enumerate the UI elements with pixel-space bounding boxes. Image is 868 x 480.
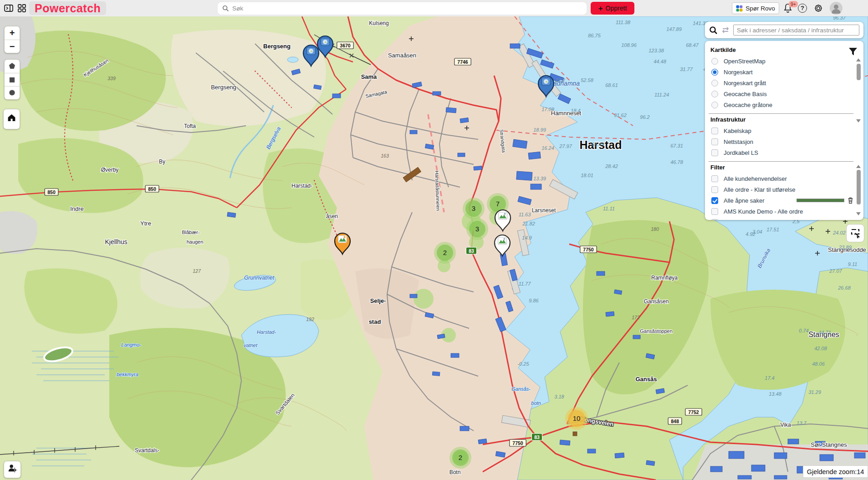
create-button[interactable]: + Opprett [591, 2, 634, 15]
radio-button[interactable] [711, 69, 718, 76]
rovo-button-label: Spør Rovo [745, 5, 775, 12]
search-icon[interactable] [709, 26, 718, 35]
draw-circle-button[interactable] [5, 86, 20, 99]
filter-scrollbar[interactable] [857, 165, 861, 217]
map-place-label: Ramnfløya [651, 275, 678, 281]
section-divider [709, 113, 853, 114]
map-place-label: Øverby [101, 167, 119, 173]
notifications-button[interactable]: 9+ [783, 3, 797, 15]
map-depth-label: 11.63 [519, 212, 531, 217]
basemap-option-norgeskart-grått[interactable]: Norgeskart grått [710, 77, 852, 88]
map-depth-label: 67.31 [670, 143, 683, 148]
rovo-button[interactable]: Spør Rovo [732, 2, 779, 14]
infrastruktur-section-title: Infrastruktur [710, 116, 852, 123]
basemap-option-openstreetmap[interactable]: OpenStreetMap [710, 56, 852, 66]
route-shield: 83 [531, 434, 542, 440]
select-area-button[interactable] [846, 224, 864, 242]
zoom-in-button[interactable]: + [5, 26, 20, 40]
filter-funnel-icon[interactable] [848, 47, 858, 56]
basemap-option-geocache-basis[interactable]: Geocache Basis [710, 88, 852, 99]
map-depth-label: 44.71 [818, 330, 831, 335]
map-depth-label: 27.97 [559, 143, 572, 149]
checkbox[interactable] [711, 175, 718, 182]
map-depth-label: 111.38 [616, 20, 631, 25]
yellow-cluster-marker[interactable]: 10 [565, 407, 588, 430]
basemap-option-norgeskart[interactable]: Norgeskart [710, 66, 852, 77]
route-shield: 850 [145, 185, 159, 192]
filter-color-bar[interactable] [797, 199, 844, 202]
delete-filter-icon[interactable] [847, 197, 854, 204]
map-search-box [705, 22, 863, 38]
layer-option-alle-kundehenvendelser[interactable]: Alle kundehenvendelser [710, 173, 852, 184]
radio-button[interactable] [711, 58, 718, 65]
app-logo[interactable]: Powercatch [29, 1, 106, 15]
layer-option-alle-åpne-saker[interactable]: Alle åpne saker [710, 195, 852, 206]
map-place-label: Bergseng [211, 84, 236, 91]
layer-option-nett-alle-arbeidsordrer[interactable]: NETT alle arbeidsordrer [710, 217, 852, 220]
layer-option-nettstasjon[interactable]: Nettstasjon [710, 136, 852, 147]
map-depth-label: 147.89 [666, 26, 682, 32]
user-settings-button[interactable] [4, 461, 20, 477]
map-place-label: Gansås [636, 376, 657, 383]
checkbox[interactable] [711, 208, 718, 215]
map-elevation-label: 163 [381, 153, 389, 158]
app-grid-icon[interactable] [17, 3, 27, 13]
layer-option-kabelskap[interactable]: Kabelskap [710, 125, 852, 136]
svg-text:7: 7 [496, 200, 500, 208]
map-place-label: Kulseng [369, 20, 388, 26]
checkbox[interactable] [711, 197, 718, 204]
avatar-image [830, 2, 842, 15]
checkbox[interactable] [711, 138, 718, 145]
map-depth-label: 24.02 [832, 230, 846, 235]
sidebar-toggle-icon[interactable] [4, 3, 14, 13]
radio-button[interactable] [711, 80, 718, 87]
checkbox[interactable] [711, 149, 718, 156]
green-cluster-marker[interactable]: 2 [434, 242, 456, 264]
global-search-input[interactable]: Søk [218, 2, 587, 15]
option-label: NETT alle arbeidsordrer [724, 219, 786, 220]
option-label: Norgeskart [724, 69, 753, 76]
checkbox[interactable] [711, 128, 718, 134]
settings-gear-icon[interactable] [813, 3, 824, 14]
swap-arrows-icon[interactable] [721, 26, 730, 34]
checkbox[interactable] [711, 186, 718, 193]
map-depth-label: 108.96 [621, 42, 637, 48]
map-place-label: åsen [326, 213, 338, 220]
basemap-option-geocache-gråtone[interactable]: Geocache gråtone [710, 99, 852, 110]
home-button[interactable] [4, 109, 20, 128]
map-depth-label: 91.62 [614, 112, 627, 118]
pentagon-icon [9, 62, 15, 69]
draw-rectangle-button[interactable] [5, 73, 20, 86]
map-place-label: Bergseng [263, 43, 291, 50]
green-cluster-marker[interactable]: 3 [466, 218, 488, 240]
layer-option-ams-kunde-demo-alle-ordre[interactable]: AMS Kunde Demo - Alle ordre [710, 206, 852, 217]
top-app-bar: Powercatch Søk + Opprett Spør Rovo 9+ ? [0, 0, 868, 16]
map-depth-label: 86.75 [588, 33, 601, 38]
zoom-out-button[interactable]: − [5, 40, 20, 53]
map-elevation-label: 127 [193, 268, 201, 274]
map-depth-label: 17.08 [541, 107, 554, 112]
draw-polygon-button[interactable] [5, 60, 20, 73]
map-depth-label: 9.11 [848, 261, 858, 267]
kartkilde-scrollbar[interactable] [857, 58, 861, 124]
layer-option-jordkabel-ls[interactable]: Jordkabel LS [710, 147, 852, 158]
checkbox[interactable] [711, 219, 718, 220]
radio-button[interactable] [711, 91, 718, 97]
map-search-input[interactable] [733, 25, 859, 36]
help-button[interactable]: ? [798, 4, 807, 13]
layer-option-alle-ordre-klar-til-utførelse[interactable]: Alle ordre - Klar til utførelse [710, 184, 852, 195]
svg-text:850: 850 [148, 186, 156, 192]
green-cluster-marker[interactable]: 2 [449, 447, 471, 469]
map-place-label: Gansåsen [644, 298, 669, 305]
user-avatar[interactable] [830, 2, 842, 15]
svg-text:83: 83 [469, 248, 474, 254]
radio-button[interactable] [711, 102, 718, 108]
home-control-group [3, 109, 20, 129]
svg-text:850: 850 [47, 189, 56, 195]
map-depth-label: 27.2 [555, 77, 565, 83]
map-depth-label: 44.48 [654, 59, 666, 64]
square-icon [9, 77, 15, 83]
svg-text:7746: 7746 [457, 59, 468, 65]
green-cluster-marker[interactable]: 3 [463, 198, 485, 220]
option-label: AMS Kunde Demo - Alle ordre [724, 208, 803, 215]
